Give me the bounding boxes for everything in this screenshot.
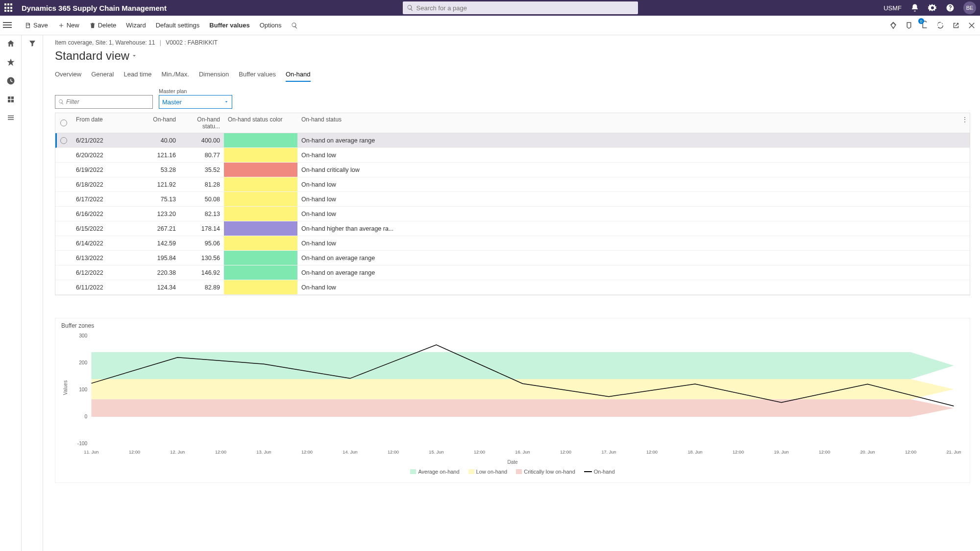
pin-icon[interactable] [905, 21, 913, 30]
delete-label: Delete [98, 22, 117, 29]
nav-toggle-icon[interactable] [3, 21, 12, 29]
trash-icon [89, 22, 96, 29]
search-icon [291, 22, 298, 29]
gear-icon[interactable] [928, 3, 937, 12]
attach-icon[interactable] [889, 21, 898, 30]
search-icon [407, 4, 414, 11]
global-search-input[interactable] [416, 4, 634, 12]
help-icon[interactable] [946, 3, 955, 12]
delete-button[interactable]: Delete [84, 20, 122, 31]
popout-icon[interactable] [952, 21, 960, 30]
bell-icon[interactable] [910, 3, 919, 12]
options-button[interactable]: Options [255, 20, 287, 31]
refresh-icon[interactable] [936, 21, 945, 30]
new-label: New [67, 22, 79, 29]
app-title: Dynamics 365 Supply Chain Management [22, 4, 167, 12]
new-button[interactable]: New [53, 20, 84, 31]
save-icon [24, 22, 31, 29]
action-bar: Save New Delete Wizard Default settings … [0, 16, 980, 35]
wizard-button[interactable]: Wizard [121, 20, 150, 31]
buffer-values-button[interactable]: Buffer values [204, 20, 254, 31]
action-search-button[interactable] [286, 20, 303, 31]
default-settings-label: Default settings [156, 22, 200, 29]
default-settings-button[interactable]: Default settings [151, 20, 205, 31]
global-header: Dynamics 365 Supply Chain Management USM… [0, 0, 980, 16]
app-launcher-icon[interactable] [4, 3, 14, 13]
company-code[interactable]: USMF [883, 4, 902, 12]
plus-icon [58, 22, 65, 29]
save-button[interactable]: Save [20, 20, 53, 31]
options-label: Options [260, 22, 282, 29]
close-icon[interactable] [967, 21, 976, 30]
user-avatar[interactable]: BE [963, 1, 976, 14]
global-search[interactable] [403, 1, 638, 14]
wizard-label: Wizard [126, 22, 146, 29]
document-badge: 0 [918, 18, 924, 24]
buffer-values-label: Buffer values [209, 22, 249, 29]
save-label: Save [33, 22, 48, 29]
